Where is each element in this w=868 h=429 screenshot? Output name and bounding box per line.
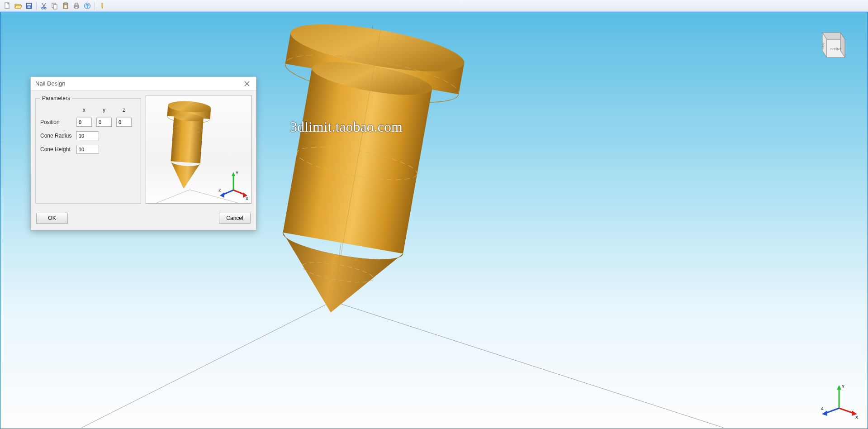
toolbar-separator bbox=[95, 2, 95, 10]
svg-line-27 bbox=[331, 30, 380, 312]
open-file-button[interactable] bbox=[14, 1, 23, 10]
position-z-input[interactable] bbox=[116, 118, 132, 127]
cut-button[interactable] bbox=[39, 1, 48, 10]
watermark-text: 3dlimit.taobao.com bbox=[290, 119, 403, 135]
svg-rect-10 bbox=[64, 5, 67, 8]
view-cube[interactable]: FRONT LEFT bbox=[813, 26, 849, 62]
svg-text:?: ? bbox=[86, 4, 89, 9]
help-button[interactable]: ? bbox=[83, 1, 92, 10]
svg-point-22 bbox=[282, 45, 462, 111]
svg-text:Z: Z bbox=[821, 406, 824, 410]
svg-point-4 bbox=[42, 7, 43, 9]
parameters-group: Parameters x y z Position Cone Radius bbox=[35, 95, 141, 204]
svg-point-5 bbox=[44, 7, 46, 9]
ok-button[interactable]: OK bbox=[36, 213, 68, 224]
cone-radius-label: Cone Radius bbox=[40, 133, 76, 139]
svg-line-35 bbox=[839, 408, 854, 413]
svg-line-54 bbox=[223, 190, 233, 195]
svg-marker-39 bbox=[822, 410, 827, 416]
svg-rect-45 bbox=[171, 116, 203, 163]
svg-marker-49 bbox=[232, 172, 235, 176]
svg-marker-33 bbox=[837, 385, 841, 390]
axis-header-z: z bbox=[116, 107, 132, 113]
svg-line-17 bbox=[82, 301, 332, 428]
svg-rect-12 bbox=[75, 3, 78, 5]
dialog-title: Nail Design bbox=[35, 80, 65, 87]
svg-point-21 bbox=[288, 15, 468, 81]
svg-marker-55 bbox=[220, 192, 224, 198]
axis-header-x: x bbox=[76, 107, 92, 113]
main-toolbar: ? bbox=[0, 0, 868, 12]
svg-text:Y: Y bbox=[842, 384, 844, 389]
viewport-3d[interactable]: 3dlimit.taobao.com FRONT LEFT Y X Z bbox=[0, 12, 868, 429]
position-label: Position bbox=[40, 119, 76, 125]
marker-button[interactable] bbox=[98, 1, 107, 10]
paste-button[interactable] bbox=[61, 1, 70, 10]
nail-design-dialog: Nail Design Parameters x y z Position bbox=[30, 76, 256, 230]
svg-line-19 bbox=[332, 26, 373, 301]
preview-viewport[interactable]: Y X Z bbox=[146, 95, 251, 204]
axis-gizmo-main[interactable]: Y X Z bbox=[820, 383, 859, 422]
cone-radius-input[interactable] bbox=[76, 131, 99, 140]
svg-text:Z: Z bbox=[218, 188, 221, 192]
svg-line-38 bbox=[825, 408, 839, 413]
save-file-button[interactable] bbox=[24, 1, 33, 10]
print-button[interactable] bbox=[72, 1, 81, 10]
cancel-button[interactable]: Cancel bbox=[219, 213, 251, 224]
axis-gizmo-preview[interactable]: Y X Z bbox=[218, 170, 249, 201]
svg-rect-9 bbox=[64, 3, 67, 4]
svg-rect-16 bbox=[102, 3, 103, 7]
svg-rect-13 bbox=[75, 7, 78, 9]
svg-text:X: X bbox=[246, 196, 248, 201]
toolbar-separator bbox=[36, 2, 37, 10]
svg-line-18 bbox=[332, 301, 723, 428]
svg-rect-20 bbox=[285, 33, 464, 94]
position-y-input[interactable] bbox=[96, 118, 112, 127]
parameters-legend: Parameters bbox=[40, 95, 72, 101]
axis-header-y: y bbox=[96, 107, 112, 113]
copy-button[interactable] bbox=[50, 1, 59, 10]
viewcube-front-label: FRONT bbox=[830, 48, 842, 51]
cone-height-input[interactable] bbox=[76, 145, 99, 154]
dialog-close-button[interactable] bbox=[241, 79, 253, 89]
svg-rect-3 bbox=[28, 6, 30, 8]
svg-point-24 bbox=[310, 56, 434, 102]
svg-point-25 bbox=[295, 140, 419, 186]
svg-point-26 bbox=[301, 258, 375, 286]
dialog-titlebar[interactable]: Nail Design bbox=[31, 77, 256, 91]
svg-rect-23 bbox=[283, 68, 432, 253]
svg-rect-2 bbox=[27, 4, 31, 5]
position-x-input[interactable] bbox=[76, 118, 92, 127]
svg-rect-7 bbox=[53, 5, 57, 9]
svg-line-41 bbox=[156, 190, 190, 203]
svg-text:Y: Y bbox=[236, 171, 238, 175]
cone-height-label: Cone Height bbox=[40, 146, 76, 153]
svg-text:X: X bbox=[855, 415, 858, 419]
new-file-button[interactable] bbox=[3, 1, 12, 10]
